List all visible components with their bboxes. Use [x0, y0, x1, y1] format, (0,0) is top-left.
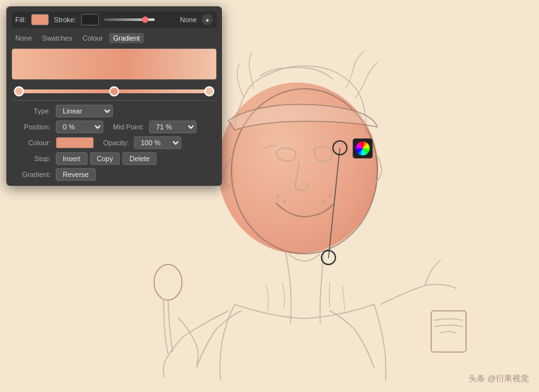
type-select[interactable]: Linear Radial [56, 105, 113, 117]
rainbow-icon [356, 141, 370, 155]
gradient-reverse-row: Gradient: Reverse [11, 168, 217, 181]
delete-button[interactable]: Delete [122, 152, 157, 165]
divider [11, 100, 217, 101]
stroke-slider-thumb [142, 16, 148, 23]
opacity-label: Opacity: [99, 139, 134, 147]
watermark-text: 头条 @衍果视觉 [469, 374, 529, 383]
stop-buttons-row: Stop: Insert Copy Delete [11, 152, 217, 165]
stroke-slider-container [104, 18, 175, 21]
tab-swatches[interactable]: Swatches [38, 33, 76, 43]
position-label: Position: [11, 123, 56, 131]
watermark: 头条 @衍果视觉 [469, 373, 529, 384]
stop-label: Stop: [11, 155, 56, 162]
tabs-row: None Swatches Colour Gradient [11, 33, 217, 43]
position-select[interactable]: 0 % [56, 121, 103, 133]
colour-label: Colour: [11, 139, 56, 147]
gradient-panel: Fill: Stroke: None ● None Swatches Colou… [6, 6, 222, 186]
color-icon-badge[interactable] [353, 138, 373, 159]
gradient-stop-row [11, 85, 217, 98]
eyedropper-icon[interactable]: ● [202, 14, 213, 25]
top-bar: Fill: Stroke: None ● [11, 11, 217, 28]
gradient-end-handle[interactable] [321, 250, 336, 265]
gradient-start-handle[interactable] [332, 140, 347, 155]
colour-swatch-field[interactable] [56, 137, 94, 148]
stop-handle-left[interactable] [14, 86, 24, 96]
stop-handle-middle[interactable] [109, 86, 119, 96]
midpoint-label: Mid Point: [111, 123, 149, 131]
midpoint-select[interactable]: 71 % [149, 121, 197, 133]
insert-button[interactable]: Insert [56, 152, 88, 165]
type-row: Type: Linear Radial [11, 105, 217, 117]
tab-gradient[interactable]: Gradient [109, 33, 143, 43]
stroke-label: Stroke: [54, 16, 76, 23]
opacity-select[interactable]: 100 % [134, 136, 181, 149]
reverse-button[interactable]: Reverse [56, 168, 96, 181]
gradient-preview-container [11, 48, 217, 80]
tab-colour[interactable]: Colour [79, 33, 107, 43]
gradient-label: Gradient: [11, 171, 56, 178]
stop-handle-right[interactable] [204, 86, 214, 96]
colour-opacity-row: Colour: Opacity: 100 % [11, 136, 217, 149]
type-label: Type: [11, 107, 56, 115]
none-label: None [180, 16, 197, 23]
svg-point-1 [154, 265, 182, 300]
tab-none[interactable]: None [11, 33, 36, 43]
position-midpoint-row: Position: 0 % Mid Point: 71 % [11, 121, 217, 133]
fill-label: Fill: [15, 16, 26, 23]
gradient-preview-bar[interactable] [11, 48, 217, 80]
stroke-slider[interactable] [104, 18, 155, 21]
face-fill [211, 75, 386, 260]
svg-rect-2 [431, 311, 466, 352]
stroke-swatch[interactable] [81, 14, 99, 25]
fill-swatch[interactable] [31, 14, 49, 25]
copy-button[interactable]: Copy [90, 152, 120, 165]
